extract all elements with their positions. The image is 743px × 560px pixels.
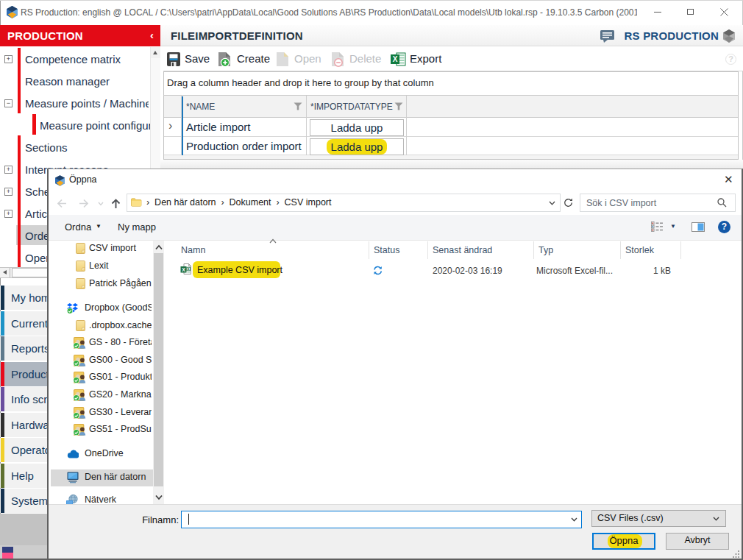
svg-text:X: X (393, 55, 398, 63)
